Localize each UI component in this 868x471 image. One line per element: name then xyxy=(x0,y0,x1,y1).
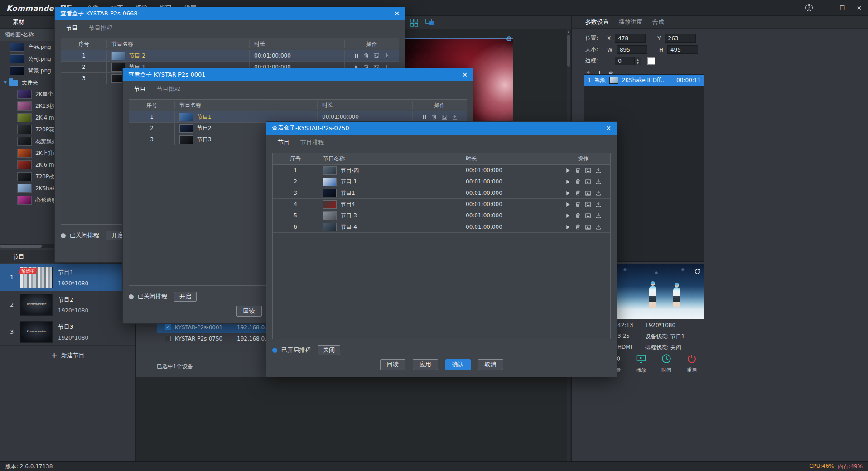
readback-button[interactable]: 回读 xyxy=(236,306,262,317)
table-row[interactable]: 5节目-300:01:00:000 xyxy=(273,210,610,221)
close-icon[interactable]: ✕ xyxy=(606,125,611,132)
x-input[interactable] xyxy=(615,34,646,43)
y-input[interactable] xyxy=(665,34,696,43)
trash-icon[interactable] xyxy=(575,202,580,207)
trash-icon[interactable] xyxy=(575,213,580,218)
device-checkbox[interactable] xyxy=(165,336,171,341)
close-icon[interactable]: ✕ xyxy=(857,5,862,11)
new-program-button[interactable]: 新建节目 xyxy=(0,346,135,365)
row-number: 1 xyxy=(273,165,318,176)
dialog-titlebar[interactable]: 查看盒子-KYSTAR-P2s-0668✕ xyxy=(55,7,405,20)
screens-icon[interactable] xyxy=(425,19,434,27)
schedule-toggle-button[interactable]: 开启 xyxy=(174,292,197,302)
help-icon[interactable]: ? xyxy=(805,4,813,11)
maximize-icon[interactable]: ☐ xyxy=(839,5,845,11)
image-icon[interactable] xyxy=(585,179,591,184)
program-thumbnail xyxy=(111,52,125,60)
schedule-toggle-button[interactable]: 关闭 xyxy=(318,345,340,355)
close-icon[interactable]: ✕ xyxy=(462,71,468,78)
tab-schedule[interactable]: 节目排程 xyxy=(151,81,186,97)
program-item[interactable]: 3Kommander节目31920*1080 xyxy=(0,318,135,346)
width-input[interactable] xyxy=(617,45,647,54)
download-icon[interactable] xyxy=(384,53,390,58)
dialog-title: 查看盒子-KYSTAR-P2s-0001 xyxy=(128,71,206,79)
table-row[interactable]: 6节目-400:01:00:000 xyxy=(273,221,610,233)
stepper-icon[interactable]: ▲▼ xyxy=(635,57,641,65)
schedule-status: 已开启排程 xyxy=(281,346,311,354)
tab-program[interactable]: 节目 xyxy=(129,81,151,97)
play-icon[interactable] xyxy=(565,202,570,207)
image-icon[interactable] xyxy=(374,53,379,58)
trash-icon[interactable] xyxy=(575,224,580,230)
y-label: Y xyxy=(657,35,661,42)
table-row[interactable]: 3节目100:01:00:000 xyxy=(273,187,610,199)
monitor-button[interactable]: 播放 xyxy=(631,353,651,374)
program-name: 节目4 xyxy=(341,201,355,208)
height-input[interactable] xyxy=(667,45,698,54)
minimize-icon[interactable]: ─ xyxy=(825,5,828,11)
dialog-titlebar[interactable]: 查看盒子-KYSTAR-P2s-0750✕ xyxy=(266,122,617,135)
close-icon[interactable]: ✕ xyxy=(394,10,400,17)
view-box-dialog: 查看盒子-KYSTAR-P2s-0750✕节目节目排程序号节目名称时长操作1节目… xyxy=(266,121,617,377)
trash-icon[interactable] xyxy=(575,179,580,184)
tab-schedule[interactable]: 节目排程 xyxy=(295,135,329,151)
tab-schedule[interactable]: 节目排程 xyxy=(83,20,118,36)
refresh-icon[interactable] xyxy=(694,268,701,276)
dialog-titlebar[interactable]: 查看盒子-KYSTAR-P2s-0001✕ xyxy=(123,68,473,81)
file-thumbnail xyxy=(17,160,32,169)
apply-button[interactable]: 应用 xyxy=(413,359,438,370)
download-icon[interactable] xyxy=(596,190,601,196)
grid-icon[interactable] xyxy=(410,19,418,27)
image-icon[interactable] xyxy=(585,213,591,218)
image-icon[interactable] xyxy=(585,202,591,207)
program-name: 节目2 xyxy=(58,296,88,304)
program-item[interactable]: 2Kommander节目21920*1080 xyxy=(0,291,135,318)
device-checkbox[interactable]: ✓ xyxy=(165,324,171,330)
chevron-down-icon[interactable]: ▼ xyxy=(4,80,7,85)
table-row[interactable]: 4节目400:01:00:000 xyxy=(273,199,610,210)
table-row[interactable]: 1节目-200:01:00:000 xyxy=(61,50,399,62)
tab-active[interactable]: 参数设置 xyxy=(585,18,609,26)
scroll-up-icon[interactable]: ▲ xyxy=(567,29,570,34)
trash-icon[interactable] xyxy=(575,190,580,196)
program-thumbnail: Kommander xyxy=(20,294,53,316)
trash-icon[interactable] xyxy=(364,53,369,58)
download-icon[interactable] xyxy=(596,202,601,207)
pause-icon[interactable] xyxy=(354,53,359,58)
cancel-button[interactable]: 取消 xyxy=(478,359,503,370)
download-icon[interactable] xyxy=(452,114,458,120)
image-icon[interactable] xyxy=(585,168,591,173)
download-icon[interactable] xyxy=(596,168,601,173)
tab-program[interactable]: 节目 xyxy=(61,20,83,36)
trash-icon[interactable] xyxy=(432,114,437,120)
trash-icon[interactable] xyxy=(575,168,580,173)
power-button[interactable]: 重启 xyxy=(682,353,702,374)
readback-button[interactable]: 回读 xyxy=(380,359,405,370)
image-icon[interactable] xyxy=(442,115,447,120)
pause-icon[interactable] xyxy=(422,115,427,120)
play-icon[interactable] xyxy=(565,225,570,230)
selection-handle[interactable] xyxy=(506,36,511,41)
tab-inactive[interactable]: 合成 xyxy=(652,18,664,26)
play-icon[interactable] xyxy=(565,168,570,173)
table-row[interactable]: 1节目-内00:01:00:000 xyxy=(273,165,610,176)
play-icon[interactable] xyxy=(565,213,570,218)
play-icon[interactable] xyxy=(565,191,570,196)
image-icon[interactable] xyxy=(585,191,591,196)
table-header: 序号节目名称时长操作 xyxy=(129,100,467,111)
download-icon[interactable] xyxy=(596,213,601,218)
clock-button[interactable]: 时间 xyxy=(656,353,676,374)
border-width-input[interactable] xyxy=(615,57,635,65)
monitor-icon xyxy=(636,353,646,365)
tab-program[interactable]: 节目 xyxy=(272,135,295,151)
tab-inactive[interactable]: 播放进度 xyxy=(619,18,642,26)
image-icon[interactable] xyxy=(585,225,591,230)
table-row[interactable]: 2节目-100:01:00:000 xyxy=(273,176,610,187)
download-icon[interactable] xyxy=(596,179,601,184)
download-icon[interactable] xyxy=(596,224,601,230)
border-color-swatch[interactable] xyxy=(647,57,655,65)
play-icon[interactable] xyxy=(565,179,570,184)
confirm-button[interactable]: 确认 xyxy=(445,359,471,370)
layer-item[interactable]: 1 视频 2KShake It Off... 00:00:11 xyxy=(584,75,704,86)
program-item[interactable]: 1输出中节目11920*1080 xyxy=(0,264,135,291)
